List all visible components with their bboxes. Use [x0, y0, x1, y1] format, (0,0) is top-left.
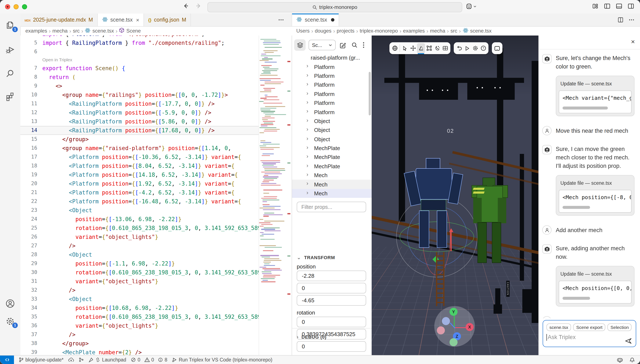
breadcrumb-item[interactable]: examples [25, 28, 47, 34]
filter-props-input[interactable]: Filter props... [297, 202, 366, 212]
code-line-38[interactable]: 38 </group> [20, 339, 259, 348]
close-window-button[interactable] [5, 4, 10, 9]
breadcrumb-item[interactable]: douges [315, 28, 331, 34]
chevron-right-icon[interactable]: › [306, 108, 308, 114]
code-line-26[interactable]: 26 variant={"object_lights"} [20, 232, 259, 242]
context-chip-scene-export[interactable]: Scene export [573, 324, 605, 331]
position-z-input[interactable]: -4.65 [297, 295, 366, 306]
copilot-icon[interactable] [617, 357, 623, 362]
tree-item-platform[interactable]: ›Platform [292, 72, 372, 80]
code-line-9[interactable]: 9 <> [20, 82, 259, 90]
code-line-34[interactable]: 34 position={[10.68, 6.98, -2.22]} [20, 304, 259, 312]
tree-item-object[interactable]: ›Object [292, 126, 372, 135]
code-line-31[interactable]: 31 variant={"object_lights"} [20, 277, 259, 286]
explorer-icon[interactable]: 1 [5, 20, 15, 30]
code-line-11[interactable]: 11 <RailingPlatform position={[-17.7, 0,… [20, 99, 259, 108]
breadcrumb[interactable]: examples›mecha›src›scene.tsx›Scene [25, 26, 141, 36]
tree-item-mechplate[interactable]: ›MechPlate [292, 144, 372, 153]
chevron-right-icon[interactable]: › [306, 135, 308, 142]
sidebar-right-icon[interactable] [628, 3, 634, 9]
tree-item-platform[interactable]: ›Platform [292, 98, 372, 108]
code-line-4[interactable]: import { Platform } from "./components/p… [20, 36, 259, 38]
code-line-37[interactable]: 37 /> [20, 330, 259, 339]
axis-x[interactable]: X [466, 323, 474, 331]
breadcrumb-item[interactable]: scene.tsx [85, 27, 114, 34]
codelens-open-in-triplex[interactable]: Open in Triplex [20, 56, 259, 64]
panel-bottom-icon[interactable] [616, 3, 622, 9]
code-line-14[interactable]: 14 <RailingPlatform position={[17.68, 0,… [20, 126, 259, 135]
debug-section-header[interactable]: ›DEBUG (0) [297, 334, 326, 340]
tree-scrollbar[interactable] [369, 72, 371, 116]
chevron-right-icon[interactable]: › [306, 126, 308, 132]
chevron-right-icon[interactable]: › [306, 117, 308, 123]
tree-item-mechplate[interactable]: ›MechPlate [292, 153, 372, 162]
bell-icon[interactable] [629, 357, 635, 362]
search-icon[interactable] [351, 42, 358, 48]
branch-status[interactable]: blog/june-update* [19, 357, 64, 362]
kebab-icon[interactable] [363, 42, 364, 48]
problems-status[interactable]: 0 0 8 [131, 357, 167, 362]
position-x-input[interactable]: -2.28 [297, 270, 366, 281]
help-icon[interactable]: ? [479, 43, 487, 53]
code-editor[interactable]: import { Platform } from "./components/p… [20, 36, 292, 356]
chat-input[interactable]: scene.tsxScene exportSelection Ask Tripl… [543, 320, 636, 347]
code-line-17[interactable]: 17 <Platform position={[-10.36, 6.52, -3… [20, 152, 259, 162]
position-y-input[interactable]: 0 [297, 283, 366, 294]
breadcrumb-item[interactable]: mecha [52, 28, 68, 34]
breadcrumb-item[interactable]: mecha [430, 28, 445, 34]
code-line-27[interactable]: 27 /> [20, 242, 259, 250]
split-editor-icon[interactable] [617, 14, 623, 26]
code-line-32[interactable]: 32 /> [20, 286, 259, 295]
chevron-right-icon[interactable]: › [306, 90, 308, 96]
code-line-19[interactable]: 19 <Platform position={[14.18, 6.52, -3.… [20, 170, 259, 179]
close-tab-icon[interactable]: × [136, 17, 139, 23]
rotation-z-input[interactable]: 0 [297, 341, 366, 352]
search-sidebar-icon[interactable] [5, 68, 15, 79]
code-line-13[interactable]: 13 <RailingPlatform position={[5.86, 0, … [20, 117, 259, 126]
code-line-30[interactable]: 30 rotation={[0.610_865_238_198_015_3, 0… [20, 268, 259, 277]
axis-y[interactable]: Y [450, 308, 458, 316]
axis-neg-x[interactable] [437, 326, 445, 334]
update-file-card[interactable]: Update file — scene.tsx<Mech position={[… [556, 266, 634, 306]
scene-select[interactable]: Sc... [309, 40, 336, 50]
code-line-23[interactable]: 23 <Object [20, 206, 259, 215]
layout-customize-icon[interactable] [592, 3, 598, 9]
tree-item-platform[interactable]: ›Platform [292, 90, 372, 98]
globe-icon[interactable] [391, 43, 399, 53]
code-line-15[interactable]: 15 </group> [20, 135, 259, 144]
update-file-card[interactable]: Update file — scene.tsx<Mech position={[… [556, 175, 634, 216]
tab-scene.tsx[interactable]: scene.tsx× [98, 14, 144, 26]
dirty-indicator[interactable] [331, 18, 334, 22]
nav-forward-icon[interactable] [195, 3, 201, 9]
tree-item-mech[interactable]: ›Mech [292, 180, 372, 189]
editor-more-actions-right[interactable] [628, 14, 634, 26]
account-icon[interactable] [5, 298, 15, 308]
grid-icon[interactable] [441, 43, 449, 53]
transform-section-header[interactable]: ⌄TRANSFORM [297, 254, 335, 260]
code-line-6[interactable]: 6 [20, 47, 259, 56]
breadcrumb-item[interactable]: src [451, 28, 457, 34]
code-line-36[interactable]: 36 variant={"object_lights"} [20, 321, 259, 330]
axis-neg-z[interactable] [442, 317, 450, 325]
nav-back-icon[interactable] [183, 3, 189, 9]
chevron-right-icon[interactable]: › [306, 72, 308, 78]
breadcrumb-item[interactable]: triplex-monorepo [360, 28, 398, 34]
breadcrumb-item[interactable]: examples [403, 28, 425, 34]
code-line-28[interactable]: 28 <Object [20, 250, 259, 259]
code-line-10[interactable]: 10 <group name={"railings"} position={[0… [20, 90, 259, 99]
tree-item-platform[interactable]: ›Platform [292, 80, 372, 90]
breadcrumb-item[interactable]: scene.tsx [463, 27, 491, 34]
code-line-22[interactable]: 22 <Platform position={[-16.48, 6.52, -3… [20, 197, 259, 206]
code-line-24[interactable]: 24 position={[-13.06, 6.98, -2.22]} [20, 215, 259, 224]
remote-icon[interactable] [0, 356, 14, 364]
chevron-right-icon[interactable]: › [306, 162, 308, 168]
graph-status[interactable] [79, 357, 84, 362]
chevron-right-icon[interactable]: › [306, 190, 308, 196]
code-line-5[interactable]: 5import { RailingPlatform } from "./comp… [20, 38, 259, 47]
breadcrumb-item[interactable]: src [73, 28, 80, 34]
code-line-25[interactable]: 25 rotation={[0.610_865_238_198_015_3, 0… [20, 224, 259, 232]
tree-item-object[interactable]: ›Object [292, 116, 372, 126]
launchpad-status[interactable]: Launchpad [88, 357, 126, 362]
code-line-7[interactable]: 7export function Scene() { [20, 64, 259, 73]
chevron-right-icon[interactable]: › [306, 63, 308, 69]
